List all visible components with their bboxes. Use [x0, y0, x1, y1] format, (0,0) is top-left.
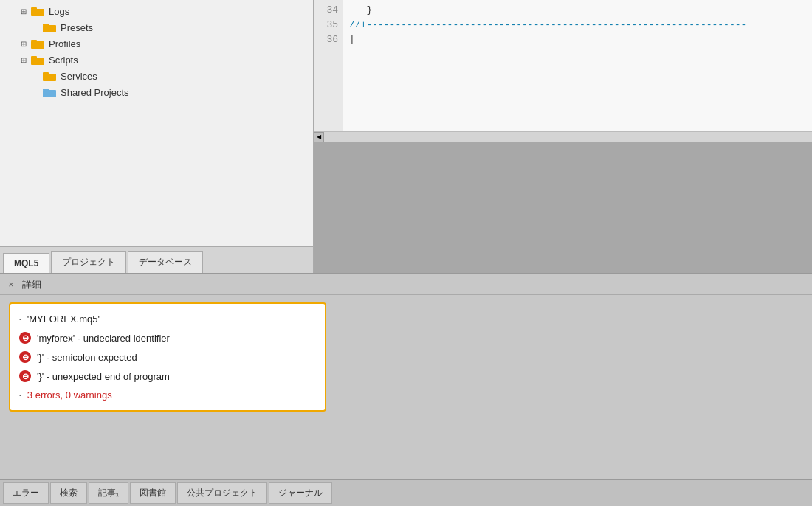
- tree-item-shared-projects[interactable]: ⊞ Shared Projects: [0, 84, 313, 100]
- code-line-35: //+-------------------------------------…: [349, 18, 806, 32]
- error-text-3: '}' - unexpected end of program: [37, 371, 170, 382]
- expand-icon-profiles[interactable]: ⊞: [18, 38, 30, 49]
- line-numbers: 34 35 36: [314, 0, 343, 131]
- error-item-filename: • 'MYFOREX.mq5': [10, 310, 325, 328]
- editor-gray-area: [314, 142, 812, 273]
- tab-public[interactable]: 公共プロジェクト: [177, 482, 267, 504]
- svg-rect-1: [31, 7, 37, 10]
- folder-icon-logs: [31, 6, 44, 16]
- close-button[interactable]: ×: [6, 280, 16, 290]
- error-icon-1: ⊖: [19, 332, 31, 344]
- file-tree-panel: ⊞ Logs ⊞ Presets: [0, 0, 314, 273]
- expand-icon-scripts[interactable]: ⊞: [18, 54, 30, 66]
- bottom-header: × 詳細: [0, 274, 812, 295]
- bottom-panel: × 詳細 • 'MYFOREX.mq5' ⊖ 'myforex' - undec…: [0, 273, 812, 506]
- tree-item-profiles[interactable]: ⊞ Profiles: [0, 35, 313, 52]
- scroll-left-btn[interactable]: ◀: [314, 132, 324, 142]
- tree-content: ⊞ Logs ⊞ Presets: [0, 0, 313, 246]
- error-text-1: 'myforex' - undeclared identifier: [37, 333, 170, 344]
- tab-project[interactable]: プロジェクト: [51, 251, 126, 273]
- folder-icon-services: [43, 71, 56, 81]
- code-area: 34 35 36 } //+--------------------------…: [314, 0, 812, 131]
- folder-icon-shared: [43, 87, 56, 97]
- error-icon-3: ⊖: [19, 370, 31, 382]
- error-icon-2: ⊖: [19, 351, 31, 363]
- line-num-36: 36: [314, 32, 343, 47]
- bottom-tabs: エラー 検索 記事₁ 図書館 公共プロジェクト ジャーナル: [0, 479, 812, 506]
- code-content[interactable]: } //+-----------------------------------…: [343, 0, 812, 131]
- expand-icon-logs[interactable]: ⊞: [18, 5, 30, 17]
- bullet-summary: •: [19, 392, 21, 398]
- line-num-35: 35: [314, 18, 343, 32]
- tab-journal[interactable]: ジャーナル: [269, 482, 332, 504]
- bottom-content: • 'MYFOREX.mq5' ⊖ 'myforex' - undeclared…: [0, 295, 812, 479]
- horizontal-scrollbar[interactable]: ◀: [314, 131, 812, 142]
- tab-database[interactable]: データベース: [128, 251, 203, 273]
- folder-icon-profiles: [31, 38, 44, 49]
- svg-rect-8: [43, 74, 56, 81]
- svg-rect-6: [31, 58, 44, 65]
- tab-mql5[interactable]: MQL5: [3, 253, 49, 273]
- svg-rect-0: [31, 9, 44, 16]
- line-num-34: 34: [314, 3, 343, 18]
- error-popup: • 'MYFOREX.mq5' ⊖ 'myforex' - undeclared…: [9, 302, 326, 412]
- tree-item-presets-label: Presets: [61, 22, 93, 33]
- scroll-track[interactable]: [324, 132, 812, 142]
- folder-icon-scripts: [31, 55, 44, 65]
- tree-item-shared-label: Shared Projects: [61, 87, 129, 98]
- error-text-2: '}' - semicolon expected: [37, 352, 137, 363]
- tree-item-logs[interactable]: ⊞ Logs: [0, 3, 313, 19]
- svg-rect-7: [31, 56, 37, 58]
- tab-errors[interactable]: エラー: [3, 482, 49, 504]
- error-item-2: ⊖ '}' - semicolon expected: [10, 347, 325, 367]
- svg-rect-3: [43, 24, 49, 26]
- tab-library[interactable]: 図書館: [130, 482, 176, 504]
- tree-item-presets[interactable]: ⊞ Presets: [0, 19, 313, 35]
- svg-rect-2: [43, 25, 56, 32]
- error-text-filename: 'MYFOREX.mq5': [27, 313, 100, 325]
- bullet-filename: •: [19, 316, 21, 322]
- svg-rect-4: [31, 41, 44, 49]
- tree-item-services-label: Services: [61, 71, 97, 82]
- tab-notes[interactable]: 記事₁: [89, 482, 128, 504]
- code-editor: 34 35 36 } //+--------------------------…: [314, 0, 812, 273]
- tree-item-profiles-label: Profiles: [49, 38, 80, 49]
- tree-item-services[interactable]: ⊞ Services: [0, 68, 313, 84]
- svg-rect-11: [43, 89, 49, 91]
- code-line-34: }: [349, 3, 806, 18]
- svg-rect-10: [43, 90, 56, 97]
- tree-tabs: MQL5 プロジェクト データベース: [0, 246, 313, 273]
- code-line-36: [349, 32, 806, 47]
- svg-rect-9: [43, 72, 49, 74]
- error-item-1: ⊖ 'myforex' - undeclared identifier: [10, 328, 325, 347]
- error-summary-text: 3 errors, 0 warnings: [27, 389, 112, 401]
- svg-rect-5: [31, 40, 37, 42]
- tab-search[interactable]: 検索: [50, 482, 87, 504]
- error-item-3: ⊖ '}' - unexpected end of program: [10, 367, 325, 386]
- folder-icon-presets: [43, 22, 56, 32]
- tree-item-logs-label: Logs: [49, 6, 69, 17]
- panel-title: 詳細: [22, 278, 41, 291]
- tree-item-scripts-label: Scripts: [49, 55, 78, 66]
- error-summary: • 3 errors, 0 warnings: [10, 386, 325, 404]
- tree-item-scripts[interactable]: ⊞ Scripts: [0, 52, 313, 68]
